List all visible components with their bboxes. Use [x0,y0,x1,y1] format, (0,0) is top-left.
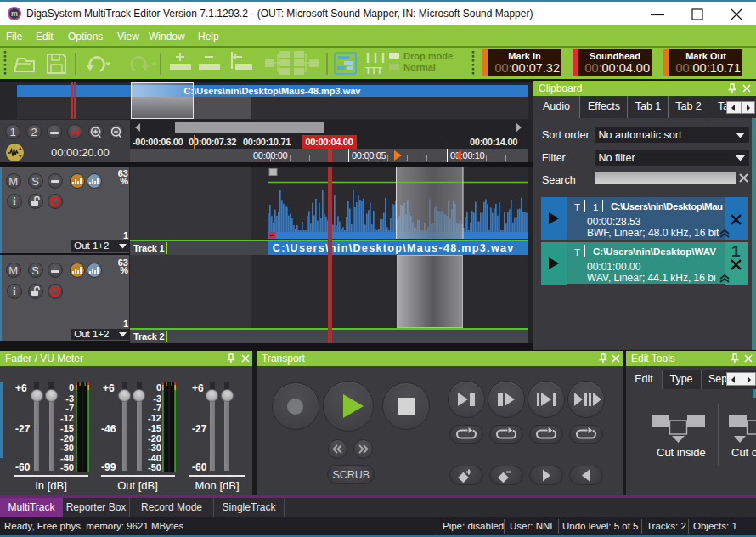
svg-text:TTT: TTT [365,65,382,76]
svg-text:Normal: Normal [403,62,436,72]
svg-text:Drop mode: Drop mode [403,51,453,61]
